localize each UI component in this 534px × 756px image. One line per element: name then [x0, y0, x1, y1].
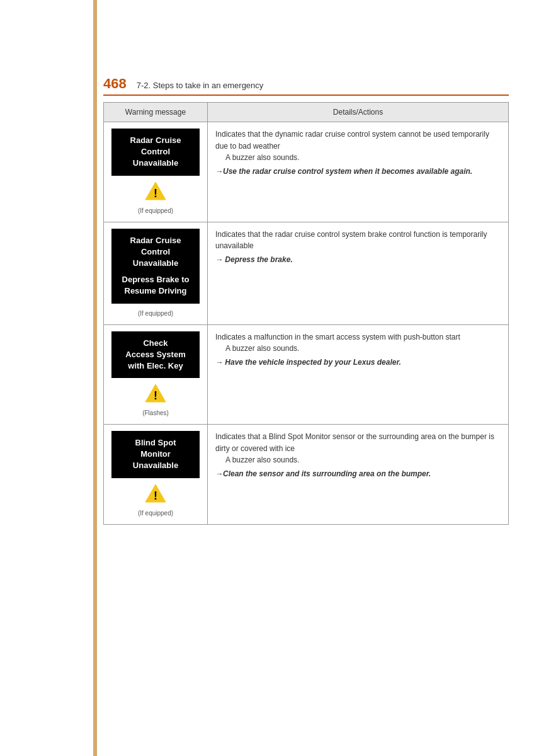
warning-line: Depress Brake to — [116, 274, 195, 285]
details-sub: A buzzer also sounds. — [215, 454, 501, 466]
page-title: 7-2. Steps to take in an emergency — [137, 81, 264, 90]
details-cell-row4: Indicates that a Blind Spot Monitor sens… — [208, 425, 509, 525]
col-header-warning: Warning message — [104, 103, 208, 122]
warning-display-row2: Radar CruiseControlUnavailableDepress Br… — [111, 229, 200, 304]
warning-icon-container: ! — [111, 181, 200, 204]
warning-line: Monitor — [116, 449, 195, 460]
warning-triangle-icon: ! — [144, 483, 167, 503]
warning-cell-row1: Radar CruiseControlUnavailable ! (If equ… — [104, 122, 208, 222]
details-cell-row3: Indicates a malfunction in the smart acc… — [208, 324, 509, 425]
svg-text:!: ! — [154, 389, 157, 402]
warning-cell-row2: Radar CruiseControlUnavailableDepress Br… — [104, 222, 208, 324]
col-header-details: Details/Actions — [208, 103, 509, 122]
warning-icon-container: ! — [111, 383, 200, 406]
details-sub: A buzzer also sounds. — [215, 152, 501, 164]
warning-cell-row4: Blind SpotMonitorUnavailable ! (If equip… — [104, 425, 208, 525]
svg-text:!: ! — [154, 187, 157, 200]
table-row: Radar CruiseControlUnavailableDepress Br… — [104, 222, 509, 324]
equipped-label: (Flashes) — [111, 408, 200, 418]
equipped-label: (If equipped) — [111, 206, 200, 215]
warning-line: Access System — [116, 349, 195, 360]
details-action: → Have the vehicle inspected by your Lex… — [215, 357, 501, 369]
page-container: 468 7-2. Steps to take in an emergency W… — [0, 0, 534, 756]
warning-icon-container: ! — [111, 483, 200, 507]
details-action: →Clean the sensor and its surrounding ar… — [215, 468, 501, 480]
equipped-label: (If equipped) — [111, 508, 200, 518]
warning-line: with Elec. Key — [116, 360, 195, 372]
details-text: Indicates that a Blind Spot Monitor sens… — [215, 431, 501, 479]
details-action: → Depress the brake. — [215, 254, 501, 266]
warning-line: Resume Driving — [116, 285, 195, 297]
warning-triangle-icon: ! — [144, 181, 167, 201]
details-cell-row1: Indicates that the dynamic radar cruise … — [208, 122, 509, 222]
left-sidebar-bar — [93, 0, 97, 756]
details-main: Indicates that a Blind Spot Monitor sens… — [215, 432, 494, 453]
details-main: Indicates that the radar cruise control … — [215, 230, 487, 251]
warning-display-row3: CheckAccess Systemwith Elec. Key — [111, 331, 200, 379]
warning-line: Unavailable — [116, 158, 195, 169]
details-action: →Use the radar cruise control system whe… — [215, 166, 501, 178]
page-header: 468 7-2. Steps to take in an emergency — [103, 76, 509, 96]
warning-line: Control — [116, 246, 195, 258]
details-sub: A buzzer also sounds. — [215, 343, 501, 355]
warning-display-row1: Radar CruiseControlUnavailable — [111, 129, 200, 176]
warning-line: Check — [116, 338, 195, 349]
details-text: Indicates that the dynamic radar cruise … — [215, 129, 501, 177]
details-text: Indicates that the radar cruise control … — [215, 229, 501, 266]
warning-line: Radar Cruise — [116, 135, 195, 146]
warning-display-row4: Blind SpotMonitorUnavailable — [111, 431, 200, 478]
details-cell-row2: Indicates that the radar cruise control … — [208, 222, 509, 324]
main-content: 468 7-2. Steps to take in an emergency W… — [103, 76, 509, 525]
details-main: Indicates that the dynamic radar cruise … — [215, 130, 489, 151]
warning-table: Warning message Details/Actions Radar Cr… — [103, 102, 509, 525]
equipped-label: (If equipped) — [111, 309, 200, 318]
page-number: 468 — [103, 76, 127, 92]
warning-line: Unavailable — [116, 460, 195, 471]
warning-cell-row3: CheckAccess Systemwith Elec. Key ! (Flas… — [104, 324, 208, 425]
table-row: Blind SpotMonitorUnavailable ! (If equip… — [104, 425, 509, 525]
table-row: Radar CruiseControlUnavailable ! (If equ… — [104, 122, 509, 222]
table-row: CheckAccess Systemwith Elec. Key ! (Flas… — [104, 324, 509, 425]
warning-triangle-icon: ! — [144, 383, 167, 403]
svg-text:!: ! — [154, 490, 157, 502]
details-text: Indicates a malfunction in the smart acc… — [215, 331, 501, 369]
warning-line: Unavailable — [116, 258, 195, 269]
warning-line: Radar Cruise — [116, 235, 195, 246]
warning-line: Control — [116, 146, 195, 158]
details-main: Indicates a malfunction in the smart acc… — [215, 333, 460, 341]
warning-line: Blind Spot — [116, 437, 195, 449]
